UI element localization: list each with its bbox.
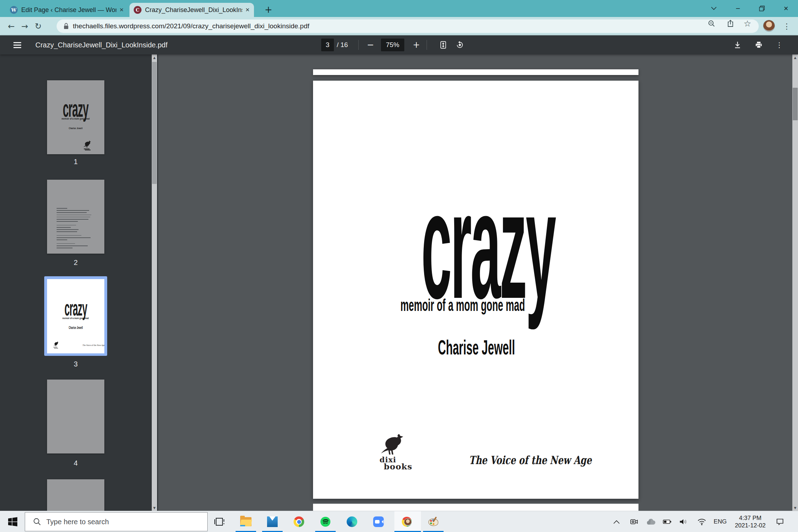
pdf-more-icon[interactable]: ⋮ [774, 39, 785, 51]
wordpress-favicon: W [10, 6, 18, 14]
thumbnail-page-5[interactable] [47, 479, 104, 511]
windows-taskbar: Type here to search [0, 511, 798, 532]
browser-menu-icon[interactable]: ⋮ [782, 21, 792, 31]
zoom-app-icon[interactable] [370, 511, 387, 532]
tab-pdf-active[interactable]: C Crazy_ChariseJewell_Dixi_LookIns ✕ [129, 3, 254, 17]
browser-titlebar: W Edit Page ‹ Charise Jewell — Wor ✕ C C… [0, 0, 798, 17]
taskbar-clock[interactable]: 4:37 PM 2021-12-02 [729, 511, 771, 532]
download-icon[interactable] [732, 39, 743, 51]
browser-addressbar: ← → ↻ thechaells.files.wordpress.com/202… [0, 17, 798, 35]
thumbnail-label: 1 [47, 158, 104, 166]
task-view-icon[interactable] [211, 511, 228, 532]
tab-close-icon[interactable]: ✕ [245, 7, 250, 13]
thumbnail-page-2[interactable] [47, 180, 104, 254]
sidebar-scrollbar-thumb[interactable] [152, 62, 157, 184]
profile-avatar [404, 518, 412, 526]
pdf-viewer-area: crazy memoir of a mom gone mad Charise J… [0, 54, 798, 511]
share-icon[interactable] [724, 19, 736, 28]
onedrive-icon[interactable] [643, 511, 659, 532]
publisher-name: books [384, 462, 411, 470]
bookmark-star-icon[interactable]: ☆ [741, 19, 753, 28]
thumbnail-sidebar: crazy memoir of a mom gone mad Charise J… [0, 54, 158, 511]
volume-icon[interactable] [676, 511, 691, 532]
close-button[interactable]: ✕ [774, 0, 798, 17]
paint-icon[interactable] [425, 511, 442, 532]
fit-page-icon[interactable] [438, 39, 449, 51]
lock-icon [63, 22, 69, 30]
sidebar-scrollbar[interactable]: ▲ ▼ [152, 54, 157, 511]
print-icon[interactable] [753, 39, 764, 51]
reload-icon[interactable]: ↻ [33, 21, 44, 31]
pdf-page-3: crazy memoir of a mom gone mad Charise J… [313, 81, 638, 499]
tab-close-icon[interactable]: ✕ [119, 7, 124, 13]
screen: W Edit Page ‹ Charise Jewell — Wor ✕ C C… [0, 0, 798, 532]
edge-icon[interactable] [343, 511, 360, 532]
search-icon [33, 517, 41, 526]
book-author: Charise Jewell [314, 337, 638, 358]
spotify-icon[interactable] [317, 511, 334, 532]
mail-icon[interactable] [264, 511, 281, 532]
battery-icon[interactable] [659, 511, 675, 532]
thumbnail-label: 4 [47, 459, 104, 467]
pdf-page-4-top-edge [313, 504, 638, 511]
clock-time: 4:37 PM [739, 514, 761, 522]
book-subtitle: memoir of a mom gone mad [287, 297, 638, 314]
profile-avatar[interactable] [763, 20, 775, 32]
language-indicator[interactable]: ENG [712, 511, 729, 532]
zoom-out-icon[interactable]: − [365, 39, 376, 51]
clock-date: 2021-12-02 [735, 522, 766, 529]
wifi-icon[interactable] [693, 511, 710, 532]
url-text: thechaells.files.wordpress.com/2021/09/c… [73, 22, 310, 30]
scroll-down-icon[interactable]: ▼ [152, 505, 157, 511]
chrome-icon[interactable] [290, 511, 307, 532]
pdf-menu-icon[interactable] [13, 42, 21, 50]
restore-button[interactable] [750, 0, 774, 17]
action-center-icon[interactable] [772, 511, 788, 532]
url-bar[interactable]: thechaells.files.wordpress.com/2021/09/c… [57, 19, 759, 33]
page-number-input[interactable]: 3 [321, 39, 334, 51]
publisher-tagline: The Voice of the New Age [422, 455, 638, 466]
tab-title: Edit Page ‹ Charise Jewell — Wor [21, 6, 116, 14]
thumbnail-label: 3 [47, 360, 104, 368]
thumbnail-2-text-lines [57, 208, 92, 250]
scroll-up-icon[interactable]: ▲ [152, 54, 157, 60]
crow-logo-icon [83, 140, 91, 148]
file-explorer-icon[interactable] [237, 511, 254, 532]
taskbar-search-input[interactable]: Type here to search [25, 512, 208, 531]
pdf-toolbar: Crazy_ChariseJewell_Dixi_LookInside.pdf … [0, 35, 798, 54]
scroll-down-icon[interactable]: ▼ [792, 505, 798, 511]
window-controls: ─ ✕ [702, 0, 798, 17]
thumbnail-label: 2 [47, 259, 104, 267]
minimize-button[interactable]: ─ [726, 0, 750, 17]
page-total: / 16 [337, 35, 348, 54]
pdf-page-2-bottom-edge [313, 69, 638, 75]
tab-wordpress-edit-page[interactable]: W Edit Page ‹ Charise Jewell — Wor ✕ [6, 3, 128, 17]
crow-logo-icon [53, 341, 59, 347]
tab-search-chevron-icon[interactable] [702, 0, 726, 17]
forward-icon[interactable]: → [19, 21, 30, 31]
publisher-logo: dixi books [379, 433, 411, 470]
new-tab-button[interactable]: + [263, 4, 274, 15]
chrome-profile-icon[interactable] [398, 511, 415, 532]
camera-device-icon[interactable] [626, 511, 642, 532]
rotate-icon[interactable] [454, 39, 466, 51]
thumbnail-page-3-selected[interactable]: crazy memoir of a mom gone mad Charise J… [47, 279, 104, 353]
main-scrollbar[interactable]: ▲ ▼ [792, 54, 798, 511]
toolbar-separator [427, 40, 427, 50]
back-icon[interactable]: ← [6, 21, 17, 31]
thumbnail-page-4[interactable] [47, 380, 104, 453]
main-scrollbar-thumb[interactable] [793, 88, 798, 120]
start-button[interactable] [4, 511, 21, 532]
zoom-page-icon[interactable] [706, 19, 718, 28]
zoom-in-icon[interactable]: + [411, 39, 422, 51]
pdf-filename: Crazy_ChariseJewell_Dixi_LookInside.pdf [35, 35, 168, 54]
tab-title: Crazy_ChariseJewell_Dixi_LookIns [145, 6, 242, 14]
scroll-up-icon[interactable]: ▲ [792, 54, 798, 60]
zoom-level[interactable]: 75% [381, 39, 404, 51]
toolbar-separator [358, 40, 359, 50]
crow-logo-icon [379, 433, 404, 457]
thumbnail-page-1[interactable]: crazy memoir of a mom gone mad Charise J… [47, 80, 104, 154]
tray-chevron-up-icon[interactable] [609, 511, 624, 532]
pdf-site-favicon: C [134, 6, 141, 14]
search-placeholder: Type here to search [46, 518, 109, 526]
